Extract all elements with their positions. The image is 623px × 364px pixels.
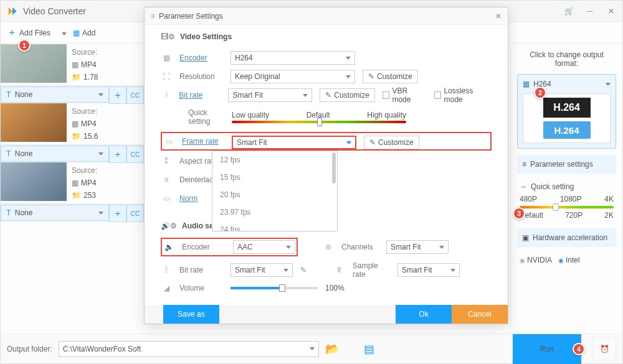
framerate-dropdown-list[interactable]: 12 fps 15 fps 20 fps 23.97 fps 24 fps	[212, 151, 338, 231]
fps-option[interactable]: 23.97 fps	[212, 203, 337, 221]
bitrate-label[interactable]: Bit rate	[179, 91, 221, 100]
close-button[interactable]: ✕	[606, 6, 616, 16]
cc-button[interactable]: CC	[126, 146, 144, 163]
h264-badge: H.264	[543, 121, 591, 139]
resolution-icon: ⛶	[161, 72, 172, 81]
deinterlace-icon: ≡	[161, 175, 172, 184]
framerate-icon: ▭	[163, 137, 174, 146]
open-folder-button[interactable]: 📂	[325, 342, 339, 356]
parameter-settings-button[interactable]: ≡ Parameter settings	[517, 155, 616, 174]
chevron-down-icon[interactable]	[62, 29, 67, 37]
app-logo-icon	[7, 6, 18, 17]
volume-slider[interactable]	[231, 287, 318, 289]
nvidia-label: ◉ NVIDIA	[520, 256, 552, 264]
add-subtitle-button[interactable]: ＋	[109, 205, 126, 222]
dialog-close-button[interactable]: ✕	[495, 12, 502, 21]
add-files-button[interactable]: ＋ Add Files	[7, 26, 67, 39]
sliders-icon: ≡	[151, 12, 155, 21]
video-bitrate-select[interactable]: Smart Fit	[228, 88, 312, 102]
cart-icon[interactable]: 🛒	[564, 6, 574, 16]
hardware-accel-toggle[interactable]: ▣Hardware acceleration	[517, 228, 616, 247]
encoder-label[interactable]: Encoder	[179, 54, 223, 62]
speaker-icon: 🔉	[163, 243, 174, 251]
step-badge-2: 2	[534, 86, 546, 99]
aspect-icon: ⁑	[161, 157, 172, 166]
dialog-titlebar: ≡ Parameter Settings ✕	[145, 7, 508, 25]
minimize-button[interactable]: ─	[585, 6, 595, 16]
output-format-box[interactable]: ▦ H264 H.264 H.264	[517, 74, 616, 149]
fps-option[interactable]: 12 fps	[212, 151, 337, 169]
chevron-down-icon	[606, 83, 611, 86]
samplerate-label: Sample rate	[353, 261, 390, 279]
ok-button[interactable]: Ok	[396, 305, 452, 324]
norm-icon: ▭	[161, 194, 172, 203]
mic-icon: 🎙	[334, 266, 345, 274]
format-card: H.264 H.264	[523, 93, 611, 143]
chip-icon: ▣	[522, 233, 529, 242]
video-thumbnail	[1, 162, 67, 201]
merge-button[interactable]: ▤	[364, 342, 374, 356]
h264-badge: H.264	[543, 98, 591, 118]
run-button[interactable]: Run	[513, 334, 581, 364]
subtitle-select[interactable]: T None	[1, 205, 109, 221]
output-folder-label: Output folder:	[7, 345, 52, 353]
sliders-icon: ≡	[522, 160, 526, 169]
source-list: Source: ▦ MP4 📁 1.78 T None ＋ CC Source:…	[1, 44, 144, 334]
step-badge-1: 1	[18, 39, 31, 52]
add-subtitle-button[interactable]: ＋	[109, 86, 126, 104]
item-controls: T None ＋ CC	[1, 86, 144, 103]
chevron-down-icon	[310, 347, 315, 350]
cc-button[interactable]: CC	[126, 205, 144, 222]
channels-label: Channels	[341, 243, 379, 251]
schedule-button[interactable]: ⏰	[592, 337, 616, 361]
add-subtitle-button[interactable]: ＋	[109, 146, 126, 163]
main-window: Video Converter 🛒 ─ ✕ ＋ Add Files ▦ Add …	[0, 0, 623, 364]
scrollbar[interactable]	[332, 152, 336, 184]
file-icon: ▦	[73, 29, 80, 37]
format-label: ▦ MP4	[72, 60, 139, 69]
audio-bitrate-select[interactable]: Smart Fit	[231, 263, 293, 277]
video-thumbnail	[1, 103, 67, 142]
save-as-button[interactable]: Save as	[163, 305, 219, 324]
dialog-footer: Save as Ok Cancel	[145, 305, 508, 324]
app-title: Video Converter	[23, 6, 86, 16]
add-files-label: Add Files	[19, 29, 50, 37]
output-folder-input[interactable]: C:\Vita\WonderFox Soft	[59, 341, 319, 357]
bottom-bar: Output folder: C:\Vita\WonderFox Soft 📂 …	[1, 334, 622, 363]
subtitle-select[interactable]: T None	[1, 86, 109, 103]
subtitle-select[interactable]: T None	[1, 146, 109, 162]
audio-encoder-select[interactable]: AAC	[233, 240, 295, 254]
customize-button[interactable]: ✎ Customize	[363, 70, 418, 83]
fps-option[interactable]: 15 fps	[212, 169, 337, 186]
encoder-icon: ▦	[161, 54, 172, 62]
add-button[interactable]: ▦ Add	[73, 29, 95, 37]
fps-option[interactable]: 20 fps	[212, 186, 337, 203]
customize-button[interactable]: ✎ Customize	[364, 136, 419, 149]
channels-icon: ⊚	[323, 243, 334, 251]
edit-icon[interactable]: ✎	[300, 266, 307, 274]
quality-slider[interactable]	[232, 121, 406, 123]
customize-button[interactable]: ✎ Customize	[320, 88, 375, 102]
fps-option[interactable]: 24 fps	[212, 221, 337, 231]
samplerate-select[interactable]: Smart Fit	[397, 263, 460, 277]
list-item[interactable]: Source: ▦ MP4 📁 253	[1, 162, 144, 204]
dialog-title: Parameter Settings	[159, 12, 223, 21]
output-format-label: Click to change output format:	[517, 50, 616, 68]
cc-button[interactable]: CC	[126, 86, 144, 104]
arrow-icon: →	[520, 182, 527, 191]
audio-bitrate-label: Bit rate	[179, 266, 223, 274]
resolution-select[interactable]: Keep Original	[231, 70, 355, 83]
lossless-checkbox[interactable]: Lossless mode	[434, 86, 492, 104]
quick-setting-slider[interactable]	[520, 206, 614, 208]
list-item[interactable]: Source: ▦ MP4 📁 15.6	[1, 103, 144, 145]
channels-select[interactable]: Smart Fit	[386, 240, 449, 254]
framerate-select[interactable]: Smart Fit	[232, 136, 356, 149]
film-gear-icon: 🎞⚙	[161, 32, 175, 41]
framerate-label[interactable]: Frame rate	[182, 137, 226, 146]
cancel-button[interactable]: Cancel	[452, 305, 508, 324]
bitrate-icon: ⦙⦙	[161, 91, 171, 100]
video-encoder-select[interactable]: H264	[231, 51, 355, 65]
right-panel: Click to change output format: ▦ H264 H.…	[510, 44, 622, 334]
intel-label: ◉ Intel	[558, 256, 580, 264]
vbr-checkbox[interactable]: VBR mode	[383, 86, 427, 104]
